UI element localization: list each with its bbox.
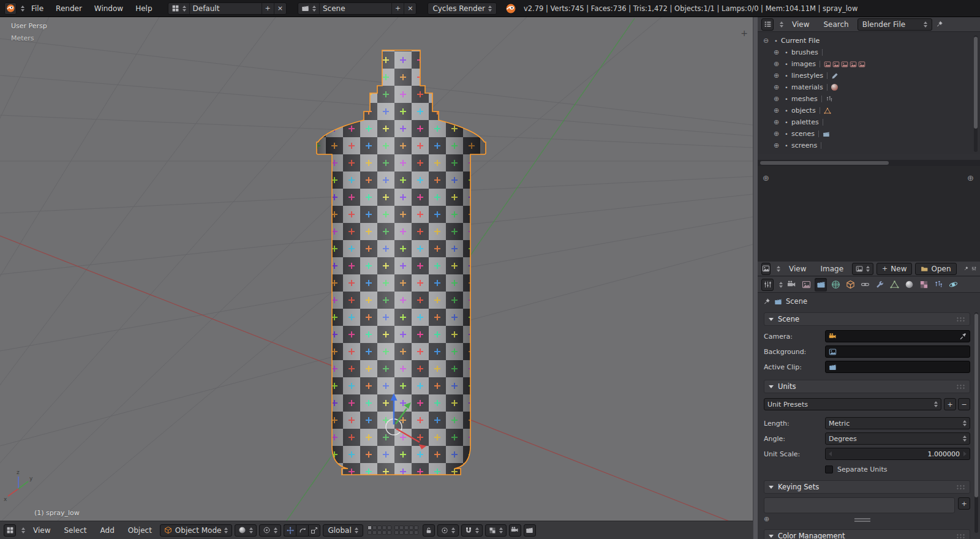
menu-image[interactable]: Image <box>815 263 849 274</box>
menu-view[interactable]: View <box>786 19 815 30</box>
layer-toggle[interactable] <box>368 530 372 535</box>
layer-toggle[interactable] <box>414 526 418 530</box>
layer-toggle[interactable] <box>368 526 372 530</box>
viewport-shading-selector[interactable] <box>235 524 257 537</box>
layer-toggle[interactable] <box>394 530 399 535</box>
layer-toggle[interactable] <box>399 530 404 535</box>
tab-object-data[interactable] <box>888 278 900 292</box>
panel-drag-dots[interactable] <box>956 384 965 390</box>
scrollbar-handle[interactable] <box>974 314 978 497</box>
length-dropdown[interactable]: Metric <box>825 417 970 429</box>
angle-dropdown[interactable]: Degrees <box>825 432 970 445</box>
tab-scene[interactable] <box>815 278 827 292</box>
3d-viewport-canvas[interactable]: z x y <box>0 17 753 521</box>
menu-search[interactable]: Search <box>818 19 854 30</box>
separate-units-checkbox[interactable] <box>825 466 833 473</box>
expand-icon[interactable]: ⊕ <box>774 130 783 138</box>
tab-particles[interactable] <box>932 278 944 292</box>
rotate-manipulator-button[interactable] <box>296 524 308 537</box>
screen-layout-name-field[interactable]: Default <box>190 3 262 14</box>
tab-material[interactable] <box>903 278 915 292</box>
layer-toggle[interactable] <box>404 526 409 530</box>
outliner-hscrollbar[interactable] <box>758 160 980 166</box>
menu-file[interactable]: File <box>26 3 49 14</box>
image-open-button[interactable]: Open <box>915 263 956 275</box>
expand-icon[interactable]: ⊕ <box>774 83 783 91</box>
panel-drag-dots[interactable] <box>956 533 965 539</box>
menu-object[interactable]: Object <box>123 525 157 536</box>
layer-toggle[interactable] <box>372 526 377 530</box>
unit-presets-dropdown[interactable]: Unit Presets <box>764 398 941 410</box>
tree-item-materials[interactable]: ⊕ • materials <box>758 81 980 93</box>
tab-render[interactable] <box>785 278 797 292</box>
unit-preset-remove-button[interactable]: − <box>958 398 970 410</box>
image-browse-button[interactable] <box>852 263 873 275</box>
unit-preset-add-button[interactable]: + <box>944 398 956 410</box>
tab-constraints[interactable] <box>859 278 871 292</box>
screen-layout-add-button[interactable]: + <box>262 3 274 14</box>
expand-icon[interactable]: ⊕ <box>774 48 783 56</box>
layer-toggle[interactable] <box>387 526 391 530</box>
mode-selector[interactable]: Object Mode <box>160 524 233 537</box>
menu-select[interactable]: Select <box>58 525 92 536</box>
image-new-button[interactable]: + New <box>876 263 912 275</box>
tree-item-meshes[interactable]: ⊕ • meshes <box>758 93 980 105</box>
active-clip-id-field[interactable] <box>825 361 970 373</box>
scale-manipulator-button[interactable] <box>308 524 320 537</box>
panel-header-keying-sets[interactable]: Keying Sets <box>764 480 970 494</box>
layer-toggle[interactable] <box>382 526 386 530</box>
panel-header-color-management[interactable]: Color Management <box>764 529 970 539</box>
background-id-field[interactable] <box>825 345 970 358</box>
layer-toggle[interactable] <box>409 530 413 535</box>
panel-drag-dots[interactable] <box>956 317 965 322</box>
layer-toggle[interactable] <box>377 530 382 535</box>
layer-toggle[interactable] <box>372 530 377 535</box>
eyedropper-icon[interactable] <box>959 333 967 340</box>
region-expand-icon[interactable]: ⊕ <box>967 173 974 183</box>
snap-selector[interactable] <box>461 524 483 537</box>
menu-window[interactable]: Window <box>89 3 129 14</box>
expand-icon[interactable]: ⊕ <box>774 153 783 154</box>
tab-physics[interactable] <box>947 278 959 292</box>
layer-toggle[interactable] <box>382 530 386 535</box>
scrollbar-handle[interactable] <box>760 161 889 165</box>
image-editor-type-button[interactable] <box>761 263 771 275</box>
tree-item-window-managers[interactable]: ⊕ • window_managers <box>758 151 980 154</box>
3d-editor-type-button[interactable] <box>4 524 16 537</box>
expand-icon[interactable]: ⊕ <box>774 107 783 115</box>
menu-view[interactable]: View <box>28 525 56 536</box>
opengl-render-anim-button[interactable] <box>524 524 536 537</box>
properties-shelf-icon[interactable] <box>971 265 976 273</box>
info-editor-type-button[interactable] <box>4 2 17 15</box>
panel-drag-dots[interactable] <box>956 484 965 490</box>
lock-to-scene-button[interactable] <box>423 524 435 537</box>
pin-icon[interactable] <box>963 265 968 273</box>
tab-modifiers[interactable] <box>873 278 886 292</box>
keying-sets-list[interactable] <box>764 497 955 513</box>
keying-set-add-button[interactable]: + <box>958 497 970 510</box>
pin-icon[interactable] <box>763 298 771 306</box>
spray-can-object[interactable] <box>317 50 486 475</box>
properties-editor-type-button[interactable] <box>761 279 774 291</box>
collapse-icon[interactable]: ⊖ <box>763 37 772 45</box>
properties-scrollbar[interactable] <box>974 312 978 533</box>
expand-icon[interactable]: ⊕ <box>774 141 783 149</box>
scene-delete-button[interactable]: × <box>404 3 416 14</box>
slider-right-arrow-icon[interactable] <box>963 451 967 456</box>
unit-scale-slider[interactable]: 1.000000 <box>825 448 970 460</box>
tab-object[interactable] <box>844 278 856 292</box>
tree-item-linestyles[interactable]: ⊕ • linestyles <box>758 70 980 81</box>
snap-element-selector[interactable] <box>485 524 507 537</box>
menu-view[interactable]: View <box>783 263 812 274</box>
outliner-editor-type-button[interactable] <box>761 18 774 31</box>
translate-manipulator-button[interactable] <box>284 524 296 537</box>
pin-icon[interactable] <box>935 20 943 28</box>
opengl-render-button[interactable] <box>509 524 521 537</box>
scrollbar-handle[interactable] <box>974 37 978 129</box>
expand-icon[interactable]: ⊕ <box>774 95 783 103</box>
tab-render-layers[interactable] <box>800 278 812 292</box>
screen-layout-delete-button[interactable]: × <box>274 3 286 14</box>
image-editor-canvas[interactable]: ⊕ ⊕ <box>758 166 980 262</box>
tree-item-screens[interactable]: ⊕ • screens <box>758 140 980 151</box>
outliner-scrollbar[interactable] <box>974 36 978 152</box>
